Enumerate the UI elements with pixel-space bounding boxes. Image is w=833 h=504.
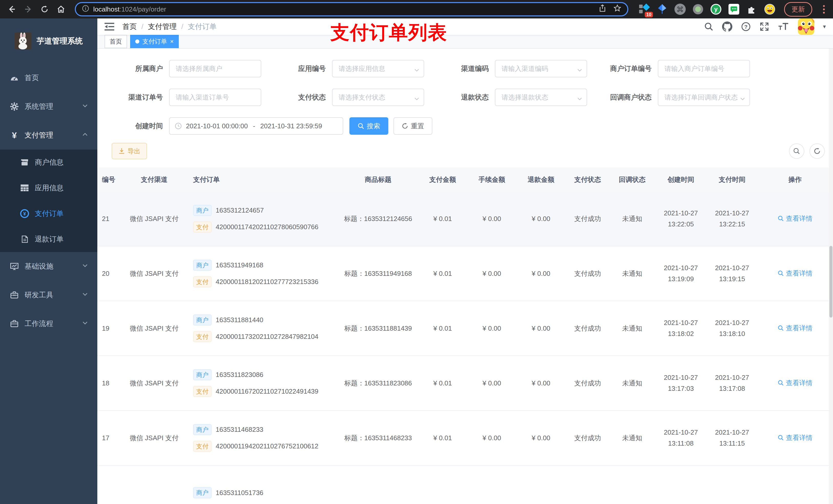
table-row[interactable]: 20 微信 JSAPI 支付 商户1635311949168 支付4200001… xyxy=(97,246,833,301)
url-text: localhost:1024/pay/order xyxy=(93,5,595,13)
home-icon[interactable] xyxy=(54,3,68,16)
chevron-down-icon xyxy=(82,102,88,111)
extension-puzzle-icon[interactable] xyxy=(746,4,757,15)
monitor-chart-icon xyxy=(10,262,19,271)
dashboard-icon xyxy=(10,73,19,82)
scrollbar-thumb[interactable] xyxy=(829,246,832,317)
filter-label-notify-status: 回调商户状态 xyxy=(596,93,658,102)
breadcrumb: 首页 / 支付管理 / 支付订单 xyxy=(122,22,217,31)
clock-icon xyxy=(175,122,182,129)
merchant-tag: 商户 xyxy=(193,205,212,216)
status-badge: 支付成功 xyxy=(566,434,610,442)
font-size-icon[interactable] xyxy=(778,22,789,31)
refresh-table-icon[interactable] xyxy=(809,143,825,159)
sidebar-item-pay-order[interactable]: ¥ 支付订单 xyxy=(0,201,97,226)
tag-home[interactable]: 首页 xyxy=(104,35,127,48)
chevron-down-icon xyxy=(82,320,88,328)
sidebar: 芋道管理系统 首页 系统管理 ¥ 支付管理 xyxy=(0,19,97,504)
forward-icon[interactable] xyxy=(22,3,35,16)
active-dot xyxy=(135,40,139,44)
share-icon[interactable] xyxy=(599,4,606,14)
back-icon[interactable] xyxy=(5,3,19,16)
toolbox-icon xyxy=(10,291,19,299)
channel-order-no-input[interactable] xyxy=(169,89,261,106)
filter-label-refund-status: 退款状态 xyxy=(433,93,495,102)
extension-greendot-icon[interactable] xyxy=(692,4,704,15)
filter-label-app: 应用编号 xyxy=(270,64,332,73)
merchant-tag: 商户 xyxy=(193,260,212,271)
download-icon xyxy=(118,148,125,154)
sidebar-item-devtools[interactable]: 研发工具 xyxy=(0,281,97,309)
merchant-select[interactable] xyxy=(169,60,261,77)
refund-status-select[interactable] xyxy=(495,89,587,106)
site-info-icon[interactable] xyxy=(82,5,89,14)
search-icon xyxy=(778,270,784,276)
app-logo: 芋道管理系统 xyxy=(0,19,97,64)
header-search-icon[interactable] xyxy=(704,22,713,31)
search-icon xyxy=(778,435,784,441)
view-detail-link[interactable]: 查看详情 xyxy=(778,214,812,223)
sidebar-item-system[interactable]: 系统管理 xyxy=(0,92,97,121)
sidebar-item-workflow[interactable]: 工作流程 xyxy=(0,309,97,338)
search-button[interactable]: 搜索 xyxy=(349,117,388,135)
status-badge: 支付成功 xyxy=(566,269,610,278)
table-row[interactable]: 17 微信 JSAPI 支付 商户1635311468233 支付4200001… xyxy=(97,411,833,465)
sidebar-collapse-icon[interactable] xyxy=(104,22,114,31)
sidebar-item-refund-order[interactable]: 退款订单 xyxy=(0,226,97,252)
extension-badge-icon[interactable]: 10 xyxy=(639,4,650,15)
table-header: 编号 支付渠道 支付订单 商品标题 支付金额 手续金额 退款金额 支付状态 回调… xyxy=(97,167,833,192)
tag-pay-order[interactable]: 支付订单 × xyxy=(130,35,179,48)
browser-update-button[interactable]: 更新 xyxy=(784,2,812,17)
shop-icon xyxy=(20,158,29,167)
sidebar-item-payment[interactable]: ¥ 支付管理 xyxy=(0,121,97,149)
tag-close-icon[interactable]: × xyxy=(170,39,174,45)
filter-label-channel-code: 渠道编码 xyxy=(433,64,495,73)
table-row[interactable]: 18 微信 JSAPI 支付 商户1635311823086 支付4200001… xyxy=(97,356,833,411)
reload-icon[interactable] xyxy=(38,3,51,16)
github-icon[interactable] xyxy=(722,22,732,32)
sidebar-item-app-info[interactable]: 应用信息 xyxy=(0,175,97,201)
breadcrumb-payment[interactable]: 支付管理 xyxy=(148,22,177,31)
reset-button[interactable]: 重置 xyxy=(394,117,432,135)
view-detail-link[interactable]: 查看详情 xyxy=(778,269,812,278)
page-content: 所属商户 应用编号 渠道编码 xyxy=(97,49,833,504)
fullscreen-icon[interactable] xyxy=(760,22,769,31)
bookmark-star-icon[interactable] xyxy=(614,4,621,14)
pay-status-select[interactable] xyxy=(332,89,424,106)
notify-status-select[interactable] xyxy=(658,89,750,106)
url-bar[interactable]: localhost:1024/pay/order xyxy=(75,2,628,16)
extension-kite-icon[interactable] xyxy=(657,4,668,15)
merchant-tag: 商户 xyxy=(193,424,212,435)
channel-code-select[interactable] xyxy=(495,60,587,77)
table-row[interactable]: 商户1635311051736 xyxy=(97,465,833,504)
app-select[interactable] xyxy=(332,60,424,77)
table-row[interactable]: 21 微信 JSAPI 支付 商户1635312124657 支付4200001… xyxy=(97,192,833,246)
table-row[interactable]: 19 微信 JSAPI 支付 商户1635311881440 支付4200001… xyxy=(97,301,833,356)
extension-emoji-icon[interactable] xyxy=(764,4,776,15)
view-detail-link[interactable]: 查看详情 xyxy=(778,379,812,387)
search-icon xyxy=(778,380,784,386)
page-scrollbar[interactable] xyxy=(829,19,833,504)
gear-icon xyxy=(10,102,19,111)
user-avatar[interactable] xyxy=(798,19,814,35)
extension-command-icon[interactable] xyxy=(674,4,686,15)
toggle-search-icon[interactable] xyxy=(789,143,804,159)
view-detail-link[interactable]: 查看详情 xyxy=(778,433,812,442)
sidebar-item-merchant-info[interactable]: 商户信息 xyxy=(0,149,97,175)
refresh-icon xyxy=(402,123,408,129)
sidebar-item-infra[interactable]: 基础设施 xyxy=(0,252,97,281)
help-icon[interactable]: ? xyxy=(741,22,751,31)
create-time-range-picker[interactable]: 2021-10-01 00:00:00 - 2021-10-31 23:59:5… xyxy=(169,117,343,135)
avatar-caret-icon[interactable]: ▾ xyxy=(823,23,826,30)
red-annotation-title: 支付订单列表 xyxy=(330,20,447,46)
extension-y-icon[interactable]: y xyxy=(710,4,721,15)
browser-menu-icon[interactable] xyxy=(819,5,828,14)
export-button[interactable]: 导出 xyxy=(112,143,147,159)
search-icon xyxy=(358,123,364,129)
merchant-order-no-input[interactable] xyxy=(658,60,750,77)
sidebar-item-home[interactable]: 首页 xyxy=(0,64,97,92)
svg-text:¥: ¥ xyxy=(23,211,26,216)
view-detail-link[interactable]: 查看详情 xyxy=(778,324,812,333)
extension-chat-icon[interactable] xyxy=(728,4,739,15)
breadcrumb-home[interactable]: 首页 xyxy=(122,22,137,31)
